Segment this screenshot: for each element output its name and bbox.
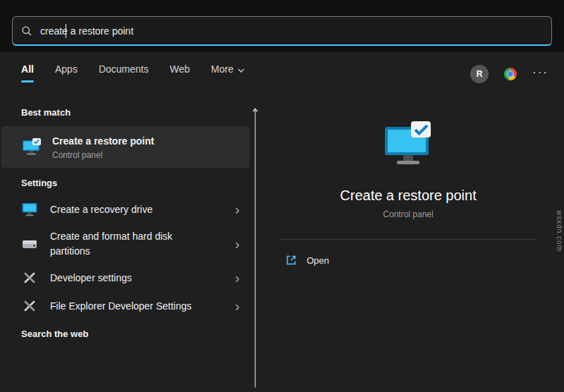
tab-more[interactable]: More [211, 63, 245, 82]
section-header-search-web: Search the web [0, 320, 251, 346]
browser-icon[interactable] [504, 68, 517, 80]
tools-icon [21, 298, 38, 314]
search-icon [21, 25, 32, 37]
chevron-right-icon: › [235, 237, 244, 251]
preview-divider [279, 239, 537, 240]
section-header-best-match: Best match [0, 99, 251, 125]
tab-all[interactable]: All [21, 63, 34, 82]
preview-subtitle: Control panel [383, 209, 433, 219]
result-best-match[interactable]: Create a restore point Control panel [1, 126, 250, 168]
open-action[interactable]: Open [285, 254, 329, 267]
open-external-icon [285, 254, 298, 267]
result-subtitle: Control panel [52, 150, 154, 160]
watermark-text: wsxdn.com [556, 210, 563, 252]
tab-apps[interactable]: Apps [55, 63, 78, 82]
tab-all-label: All [21, 63, 34, 75]
user-avatar[interactable]: R [470, 65, 489, 83]
result-title: Developer settings [50, 271, 132, 285]
preview-panel: Create a restore point Control panel Ope… [262, 99, 554, 392]
scrollbar[interactable] [251, 100, 259, 392]
tab-documents-label: Documents [99, 63, 149, 75]
filter-tabs: All Apps Documents Web More R [21, 63, 548, 89]
tab-documents[interactable]: Documents [99, 63, 149, 82]
result-title: File Explorer Developer Settings [50, 299, 192, 313]
more-options-button[interactable]: ··· [532, 66, 548, 82]
chevron-right-icon: › [235, 299, 244, 313]
chevron-right-icon: › [235, 271, 244, 285]
tools-icon [21, 269, 38, 286]
result-title: Create and format hard disk partitions [50, 229, 214, 258]
header-icons: R ··· [470, 63, 548, 83]
result-recovery-drive[interactable]: Create a recovery drive › [0, 195, 251, 223]
scroll-up-arrow-icon[interactable] [252, 102, 258, 106]
tab-more-label: More [211, 63, 233, 75]
text-caret [66, 24, 66, 38]
result-file-explorer-dev-settings[interactable]: File Explorer Developer Settings › [0, 292, 251, 320]
result-disk-partitions[interactable]: Create and format hard disk partitions › [0, 223, 251, 264]
tab-active-underline [21, 80, 34, 82]
search-bar[interactable] [12, 16, 552, 46]
results-panel: Best match Create a restore point Contro… [0, 99, 251, 392]
preview-title: Create a restore point [340, 188, 476, 204]
search-flyout: All Apps Documents Web More R [0, 0, 564, 392]
restore-point-icon [21, 137, 42, 158]
tab-web[interactable]: Web [170, 63, 190, 82]
chevron-right-icon: › [235, 202, 244, 216]
search-input[interactable] [40, 25, 543, 37]
result-developer-settings[interactable]: Developer settings › [0, 264, 251, 292]
result-title: Create a restore point [52, 134, 154, 148]
tab-web-label: Web [170, 63, 190, 75]
hard-disk-icon [21, 235, 38, 252]
search-header [0, 0, 564, 52]
open-label: Open [307, 255, 329, 266]
scrollbar-thumb[interactable] [255, 110, 256, 388]
result-title: Create a recovery drive [50, 202, 153, 216]
section-header-settings: Settings [0, 169, 251, 195]
restore-point-large-icon [381, 118, 435, 172]
monitor-icon [21, 201, 38, 218]
tab-apps-label: Apps [55, 63, 78, 75]
chevron-down-icon [238, 63, 245, 75]
